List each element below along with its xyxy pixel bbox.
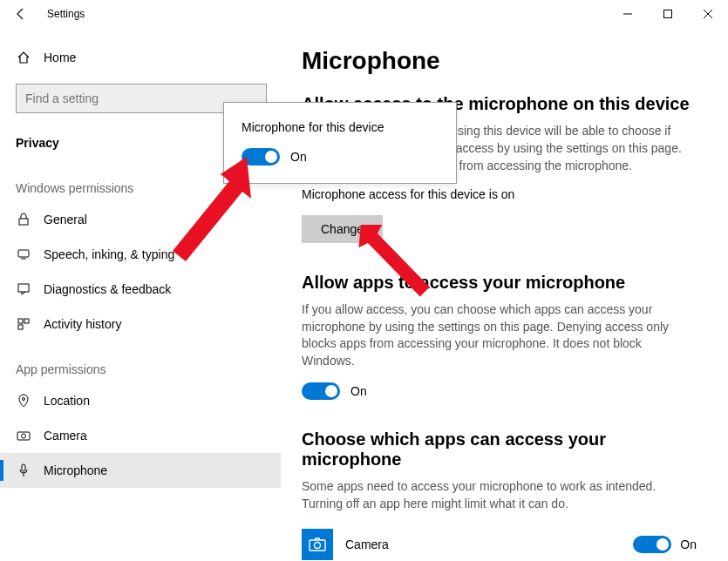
svg-point-13: [22, 434, 26, 438]
microphone-icon: [16, 463, 31, 478]
svg-marker-17: [173, 157, 251, 261]
section-choose-apps-heading: Choose which apps can access your microp…: [302, 429, 697, 470]
section-apps-access-text: If you allow access, you can choose whic…: [302, 301, 685, 371]
window-controls: [608, 0, 728, 28]
svg-rect-12: [17, 432, 30, 440]
app-name: Camera: [345, 537, 621, 551]
maximize-button[interactable]: [648, 0, 688, 28]
svg-rect-4: [19, 219, 28, 225]
app-camera-toggle[interactable]: [633, 536, 671, 553]
feedback-icon: [16, 281, 31, 297]
sidebar-item-location[interactable]: Location: [0, 383, 281, 418]
svg-rect-7: [18, 284, 29, 292]
camera-app-icon: [302, 529, 333, 560]
app-camera-toggle-label: On: [680, 537, 697, 551]
svg-point-16: [315, 542, 321, 548]
popup-toggle-label: On: [290, 150, 307, 164]
history-icon: [16, 316, 31, 332]
svg-rect-15: [310, 540, 325, 551]
home-icon: [16, 50, 31, 65]
device-microphone-popup: Microphone for this device On: [223, 102, 457, 184]
svg-rect-8: [18, 319, 23, 323]
sidebar-item-home[interactable]: Home: [0, 40, 281, 75]
lock-icon: [16, 212, 31, 227]
sidebar-home-label: Home: [44, 51, 76, 64]
popup-title: Microphone for this device: [242, 120, 439, 134]
back-button[interactable]: [0, 0, 42, 28]
sidebar-item-microphone[interactable]: Microphone: [0, 453, 281, 488]
svg-rect-9: [24, 319, 29, 323]
camera-icon: [16, 428, 31, 443]
apps-access-toggle[interactable]: [302, 382, 340, 400]
minimize-button[interactable]: [608, 0, 648, 28]
svg-point-11: [23, 398, 25, 401]
sidebar-item-diagnostics[interactable]: Diagnostics & feedback: [0, 272, 281, 307]
svg-rect-1: [664, 10, 672, 18]
section-choose-apps-text: Some apps need to access your microphone…: [302, 478, 685, 513]
device-access-status: Microphone access for this device is on: [302, 187, 697, 201]
apps-access-toggle-label: On: [350, 384, 367, 398]
annotation-arrow-2: [357, 225, 436, 303]
page-title: Microphone: [302, 47, 697, 75]
speech-icon: [16, 247, 31, 262]
app-row-camera: Camera On: [302, 525, 697, 561]
sidebar-item-activity[interactable]: Activity history: [0, 307, 281, 341]
window-title: Settings: [47, 8, 85, 20]
location-icon: [16, 393, 31, 409]
svg-rect-5: [18, 250, 29, 257]
titlebar: Settings: [0, 0, 728, 28]
sidebar-item-camera[interactable]: Camera: [0, 418, 281, 453]
close-button[interactable]: [688, 0, 728, 28]
annotation-arrow-1: [164, 157, 251, 261]
svg-marker-18: [357, 225, 435, 297]
svg-rect-10: [18, 325, 23, 329]
sidebar-group-app-permissions: App permissions: [0, 341, 281, 383]
svg-rect-14: [22, 464, 25, 471]
